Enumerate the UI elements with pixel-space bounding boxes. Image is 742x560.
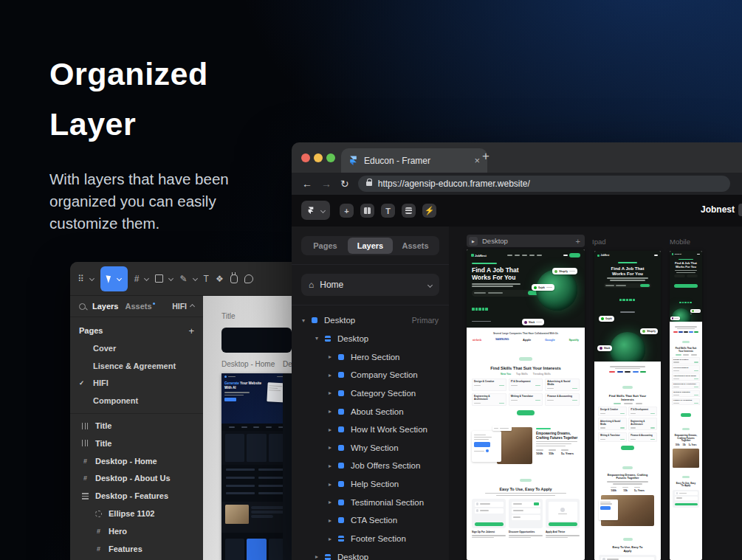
figma-layer-item[interactable]: Desktop - About Us: [70, 470, 203, 488]
minimize-window-button[interactable]: [314, 153, 323, 162]
layer-icon: [338, 445, 344, 451]
figma-page-item[interactable]: Component: [70, 392, 203, 409]
breakpoint-bar-desktop[interactable]: ▶ Desktop +: [467, 235, 585, 247]
disclosure-arrow-icon[interactable]: [329, 426, 337, 433]
figma-layer-item[interactable]: Footer: [70, 558, 203, 560]
close-tab-icon[interactable]: ×: [474, 155, 480, 166]
search-icon[interactable]: [79, 303, 86, 310]
figma-page-dropdown[interactable]: HIFI: [172, 302, 194, 311]
framer-left-panel: Pages Layers Assets ⌂ Home: [292, 227, 450, 560]
add-page-button[interactable]: +: [188, 325, 194, 336]
comment-tool-button[interactable]: [244, 274, 253, 283]
back-button[interactable]: ←: [302, 179, 312, 189]
framer-layer-row[interactable]: Testimonial Section: [292, 493, 449, 511]
breakpoint-label-ipad[interactable]: Ipad: [592, 238, 606, 246]
component-tool-button[interactable]: ❖: [216, 274, 224, 284]
page-label: Component: [93, 396, 138, 405]
disclosure-arrow-icon[interactable]: [315, 335, 324, 342]
zoom-window-button[interactable]: [326, 153, 335, 162]
steps-title: Easy To Use, Easy To Apply: [472, 487, 580, 491]
text-button[interactable]: T: [381, 204, 395, 218]
account-name[interactable]: Jobnest F: [701, 204, 735, 215]
breakpoint-label-mobile[interactable]: Mobile: [670, 238, 690, 246]
preview-ipad[interactable]: JobNest Find A Job That Works For You Go…: [594, 251, 661, 560]
figma-layer-item[interactable]: Ellipse 1102: [70, 505, 203, 522]
disclosure-arrow-icon[interactable]: [329, 481, 337, 488]
add-breakpoint-button[interactable]: +: [576, 237, 580, 246]
disclosure-arrow-icon[interactable]: [329, 463, 337, 469]
divider: [292, 264, 449, 265]
framer-layer-row[interactable]: About Section: [292, 402, 449, 421]
figma-page-item[interactable]: Lisence & Agreement: [70, 357, 203, 375]
figma-tab-assets[interactable]: Assets: [125, 302, 155, 311]
framer-layer-row[interactable]: Help Section: [292, 475, 449, 494]
framer-canvas[interactable]: ▶ Desktop + Ipad Mobile JobNest: [449, 227, 742, 560]
skills-title: Find Skills That Suit Your Interests: [467, 366, 585, 370]
disclosure-arrow-icon[interactable]: [329, 517, 337, 524]
framer-layer-row[interactable]: How It Work Section: [292, 421, 449, 439]
framer-layer-row[interactable]: Desktop: [292, 547, 449, 560]
figma-canvas[interactable]: Title Desktop - Home Generate Your Websi…: [203, 296, 294, 560]
figma-layer-item[interactable]: Hero: [70, 522, 203, 540]
disclosure-arrow-icon[interactable]: [329, 499, 337, 505]
insert-button[interactable]: +: [340, 204, 354, 218]
disclosure-arrow-icon[interactable]: [329, 444, 337, 451]
panel-tab[interactable]: Layers: [348, 238, 393, 254]
framer-menu-button[interactable]: [301, 201, 330, 220]
address-bar[interactable]: https://agensip-educon.framer.website/: [358, 176, 730, 192]
framer-layer-row[interactable]: Why Section: [292, 438, 449, 457]
reload-button[interactable]: ↻: [340, 179, 349, 189]
panel-tab[interactable]: Assets: [393, 238, 438, 254]
cms-button[interactable]: [402, 204, 416, 218]
marketing-slide: Organized Layer With layers that have be…: [0, 0, 742, 560]
framer-layer-row[interactable]: Hero Section: [292, 348, 449, 366]
framer-layer-row[interactable]: Company Section: [292, 366, 449, 384]
main-menu-icon[interactable]: ⠿: [78, 274, 94, 284]
panel-tab[interactable]: Pages: [303, 238, 348, 254]
logos-heading: [670, 326, 702, 329]
title-frame[interactable]: [221, 328, 292, 353]
frame-label-desktop-home[interactable]: Desktop - Home: [221, 360, 275, 368]
framer-layer-row[interactable]: CTA Section: [292, 511, 449, 530]
pen-tool-button[interactable]: ✎: [179, 274, 196, 284]
move-tool-button[interactable]: [100, 266, 128, 291]
framer-layer-row[interactable]: Footer Section: [292, 530, 449, 548]
shape-tool-button[interactable]: [155, 274, 173, 283]
framer-layer-row[interactable]: Desktop Primary: [292, 311, 449, 330]
layer-label: Ellipse 1102: [109, 509, 154, 518]
actions-button[interactable]: ⚡: [422, 204, 436, 218]
framer-logo-icon: [307, 207, 315, 214]
figma-layer-item[interactable]: Features: [70, 540, 203, 558]
close-window-button[interactable]: [301, 153, 310, 162]
framer-layer-row[interactable]: Category Section: [292, 384, 449, 403]
browser-tab[interactable]: Educon - Framer ×: [341, 148, 487, 173]
figma-page-item[interactable]: Cover: [70, 339, 203, 357]
figma-layer-item[interactable]: Title: [70, 435, 203, 452]
disclosure-arrow-icon[interactable]: [329, 408, 337, 415]
framer-layer-row[interactable]: Job Offers Section: [292, 457, 449, 475]
text-tool-button[interactable]: T: [204, 274, 209, 284]
figma-layer-item[interactable]: Desktop - Home: [70, 452, 203, 470]
layout-button[interactable]: [360, 204, 374, 218]
framer-layer-row[interactable]: Desktop: [292, 330, 449, 348]
preview-mobile[interactable]: JobNest Find A Job That Works For You: [670, 251, 702, 560]
figma-page-item[interactable]: ✓ HIFI: [70, 375, 203, 393]
play-icon[interactable]: ▶: [469, 237, 478, 246]
disclosure-arrow-icon[interactable]: [329, 536, 337, 542]
hand-tool-button[interactable]: [230, 274, 238, 283]
disclosure-arrow-icon[interactable]: [329, 353, 337, 360]
preview-desktop[interactable]: JobNest Find A Job That Works For You: [467, 249, 585, 560]
disclosure-arrow-icon[interactable]: [329, 390, 337, 396]
figma-tab-layers[interactable]: Layers: [92, 302, 118, 311]
disclosure-arrow-icon[interactable]: [329, 372, 337, 378]
figma-layer-item[interactable]: Desktop - Features: [70, 487, 203, 505]
desktop-home-thumbnail[interactable]: Generate Your Website With AI: [221, 373, 292, 560]
forward-button[interactable]: →: [321, 179, 332, 189]
disclosure-arrow-icon[interactable]: [302, 317, 311, 324]
new-tab-button[interactable]: +: [482, 149, 489, 164]
figma-layer-item[interactable]: Title: [70, 417, 203, 435]
frame-tool-button[interactable]: #: [134, 274, 149, 284]
frame-label-title[interactable]: Title: [221, 312, 236, 320]
disclosure-arrow-icon[interactable]: [315, 553, 324, 560]
page-selector[interactable]: ⌂ Home: [301, 274, 439, 296]
